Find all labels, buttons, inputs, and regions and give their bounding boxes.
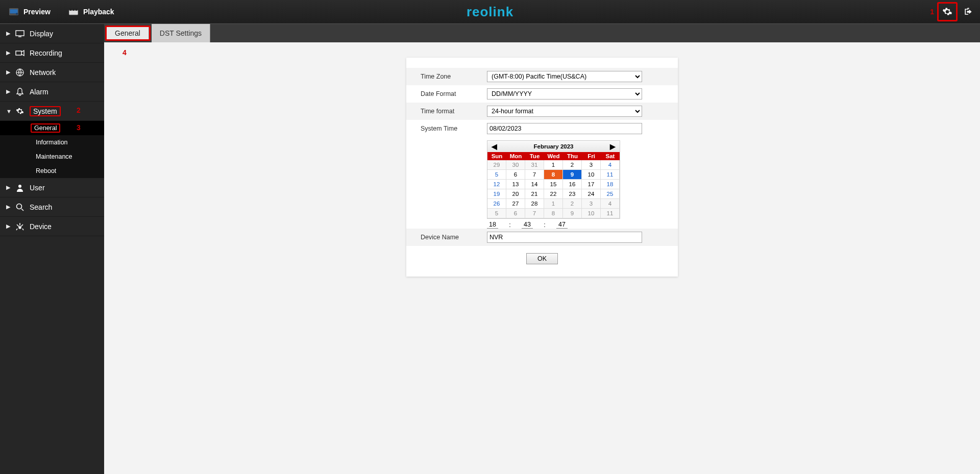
calendar-day[interactable]: 13	[506, 180, 525, 189]
sidebar-item-search[interactable]: ▶ Search	[0, 197, 104, 217]
time-hour[interactable]: 18	[487, 221, 498, 229]
calendar-day[interactable]: 3	[582, 199, 601, 209]
sidebar-sub-reboot[interactable]: Reboot	[0, 164, 104, 178]
tab-label: General	[115, 29, 140, 37]
devicename-label: Device Name	[421, 234, 487, 241]
logout-icon[interactable]	[963, 7, 974, 17]
calendar-day[interactable]: 17	[582, 180, 601, 189]
calendar-day[interactable]: 10	[582, 170, 601, 180]
calendar-day[interactable]: 15	[544, 180, 563, 189]
ok-button[interactable]: OK	[526, 253, 558, 264]
nav-playback[interactable]: Playback	[60, 0, 124, 23]
calendar-day[interactable]: 9	[563, 170, 582, 180]
calendar-day[interactable]: 11	[601, 170, 620, 180]
sidebar-sub-label: Maintenance	[36, 153, 72, 160]
time-sec[interactable]: 47	[556, 221, 568, 229]
time-min[interactable]: 43	[522, 221, 533, 229]
calendar-day[interactable]: 5	[487, 209, 506, 218]
row-dateformat: Date Format DD/MM/YYYY	[421, 85, 664, 103]
svg-rect-3	[69, 10, 78, 15]
tabbar: General DST Settings	[104, 24, 980, 42]
sidebar: ▶ Display ▶ Recording ▶ Network ▶ Alarm …	[0, 24, 104, 474]
sidebar-sub-information[interactable]: Information	[0, 135, 104, 149]
calendar-day[interactable]: 1	[544, 160, 563, 170]
calendar-dow-cell: Wed	[544, 152, 563, 160]
calendar-day[interactable]: 4	[601, 160, 620, 170]
sidebar-item-user[interactable]: ▶ User	[0, 178, 104, 197]
calendar-day[interactable]: 12	[487, 180, 506, 189]
calendar-day[interactable]: 26	[487, 199, 506, 209]
devicename-input[interactable]	[487, 232, 642, 243]
sidebar-label: Network	[30, 68, 56, 77]
calendar-day[interactable]: 2	[563, 160, 582, 170]
chevron-right-icon: ▶	[6, 88, 10, 95]
calendar-day[interactable]: 23	[563, 189, 582, 199]
calendar-day[interactable]: 7	[525, 209, 544, 218]
dateformat-select[interactable]: DD/MM/YYYY	[487, 88, 642, 99]
calendar-day[interactable]: 6	[506, 209, 525, 218]
sidebar-item-network[interactable]: ▶ Network	[0, 63, 104, 82]
calendar-day[interactable]: 24	[582, 189, 601, 199]
calendar-day[interactable]: 25	[601, 189, 620, 199]
calendar-day[interactable]: 27	[506, 199, 525, 209]
row-timeformat: Time format 24-hour format	[406, 103, 678, 120]
calendar-day[interactable]: 6	[506, 170, 525, 180]
search-icon	[15, 203, 24, 212]
calendar-day[interactable]: 2	[563, 199, 582, 209]
chevron-right-icon: ▶	[6, 69, 10, 76]
calendar-prev-icon[interactable]: ◀	[492, 142, 497, 151]
row-systemtime: System Time	[421, 120, 664, 137]
time-colon: :	[504, 221, 516, 229]
timezone-select[interactable]: (GMT-8:00) Pacific Time(US&CA)	[487, 71, 642, 82]
tab-dst[interactable]: DST Settings	[152, 24, 210, 42]
svg-rect-7	[16, 31, 24, 36]
calendar-day[interactable]: 10	[582, 209, 601, 218]
svg-point-2	[16, 13, 18, 15]
calendar-day[interactable]: 28	[525, 199, 544, 209]
calendar-dow-cell: Thu	[563, 152, 582, 160]
calendar-day[interactable]: 21	[525, 189, 544, 199]
sidebar-label: User	[30, 184, 45, 192]
sidebar-sub-general[interactable]: General 3	[0, 121, 104, 135]
systemtime-input[interactable]	[487, 123, 642, 134]
chevron-right-icon: ▶	[6, 223, 10, 230]
nav-preview[interactable]: Preview	[0, 0, 60, 23]
network-icon	[15, 68, 24, 77]
topbar: Preview Playback reolink 1	[0, 0, 980, 24]
calendar: ◀ February 2023 ▶ SunMonTueWedThuFriSat …	[487, 140, 620, 219]
calendar-day[interactable]: 29	[487, 160, 506, 170]
calendar-day[interactable]: 5	[487, 170, 506, 180]
calendar-day[interactable]: 19	[487, 189, 506, 199]
calendar-day[interactable]: 11	[601, 209, 620, 218]
calendar-day[interactable]: 1	[544, 199, 563, 209]
calendar-day[interactable]: 8	[544, 170, 563, 180]
svg-rect-5	[72, 9, 75, 11]
calendar-day[interactable]: 16	[563, 180, 582, 189]
sidebar-item-system[interactable]: ▼ System 2	[0, 102, 104, 121]
calendar-day[interactable]: 22	[544, 189, 563, 199]
sidebar-item-display[interactable]: ▶ Display	[0, 24, 104, 43]
settings-button[interactable]	[937, 2, 958, 21]
sidebar-item-device[interactable]: ▶ Device	[0, 217, 104, 236]
gear-icon	[942, 7, 952, 17]
calendar-day[interactable]: 30	[506, 160, 525, 170]
system-icon	[15, 107, 24, 116]
calendar-day[interactable]: 4	[601, 199, 620, 209]
calendar-day[interactable]: 18	[601, 180, 620, 189]
tab-general[interactable]: General	[107, 27, 149, 39]
sidebar-sub-maintenance[interactable]: Maintenance	[0, 149, 104, 164]
calendar-day[interactable]: 3	[582, 160, 601, 170]
calendar-day[interactable]: 9	[563, 209, 582, 218]
timeformat-select[interactable]: 24-hour format	[487, 106, 642, 117]
sidebar-item-alarm[interactable]: ▶ Alarm	[0, 82, 104, 102]
calendar-day[interactable]: 8	[544, 209, 563, 218]
calendar-day[interactable]: 20	[506, 189, 525, 199]
sidebar-sub-label: Information	[36, 139, 68, 146]
calendar-day[interactable]: 31	[525, 160, 544, 170]
sidebar-label: Search	[30, 203, 52, 211]
sidebar-item-recording[interactable]: ▶ Recording	[0, 43, 104, 63]
calendar-day[interactable]: 7	[525, 170, 544, 180]
calendar-next-icon[interactable]: ▶	[610, 142, 616, 151]
calendar-day[interactable]: 14	[525, 180, 544, 189]
row-devicename: Device Name	[406, 229, 678, 246]
